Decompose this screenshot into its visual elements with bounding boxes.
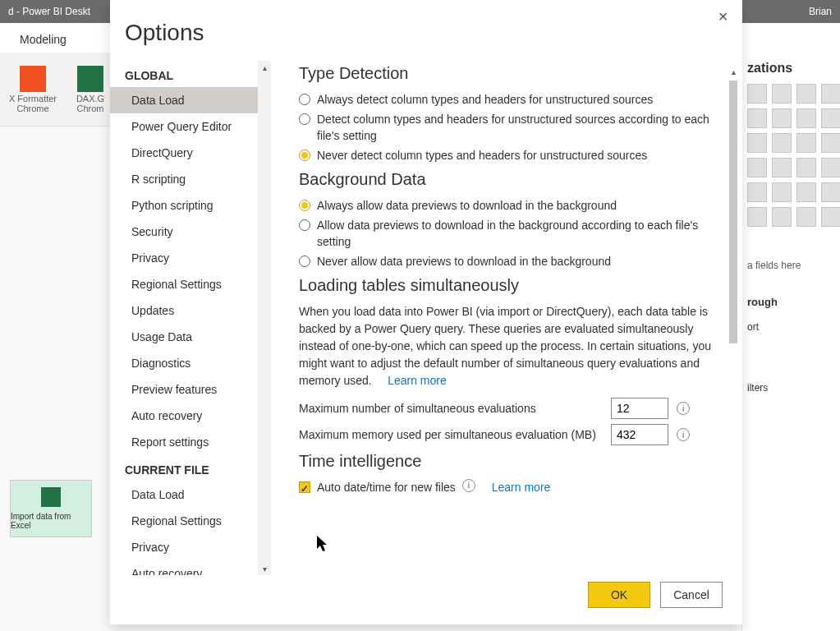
nav-section-global: GLOBAL — [110, 61, 266, 87]
nav-item-privacy[interactable]: Privacy — [110, 245, 266, 271]
nav-item-diagnostics[interactable]: Diagnostics — [110, 350, 266, 376]
close-button[interactable]: ✕ — [714, 8, 731, 25]
viz-type-icon[interactable] — [772, 133, 792, 153]
viz-type-icon[interactable] — [821, 108, 840, 128]
drill-item: ort — [747, 321, 835, 333]
titlebar-right: Brian — [809, 6, 832, 17]
viz-type-icon[interactable] — [821, 207, 840, 227]
info-icon[interactable]: i — [677, 428, 690, 441]
nav-item-cf-privacy[interactable]: Privacy — [110, 534, 266, 560]
viz-type-icon[interactable] — [821, 182, 840, 202]
ribbon-tab-modeling[interactable]: Modeling — [8, 26, 78, 53]
ok-button[interactable]: OK — [588, 582, 650, 608]
ribbon-btn-sublabel: Chrom — [76, 104, 103, 113]
chevron-up-icon[interactable]: ▴ — [728, 66, 739, 77]
max-evaluations-label: Maximum number of simultaneous evaluatio… — [299, 402, 603, 415]
excel-icon — [41, 487, 61, 507]
viz-type-icon[interactable] — [747, 84, 767, 104]
viz-type-icon[interactable] — [747, 133, 767, 153]
learn-more-link[interactable]: Learn more — [388, 374, 447, 387]
viz-type-icon[interactable] — [772, 182, 792, 202]
viz-gallery — [747, 84, 835, 227]
max-memory-input[interactable] — [611, 424, 668, 445]
loading-para-text: When you load data into Power BI (via im… — [299, 305, 711, 387]
import-excel-tile[interactable]: Import data from Excel — [10, 480, 92, 537]
background-data-heading: Background Data — [299, 170, 719, 189]
bg-data-never[interactable]: Never allow data previews to download in… — [299, 253, 719, 269]
radio-label: Never allow data previews to download in… — [317, 253, 611, 269]
viz-type-icon[interactable] — [747, 158, 767, 177]
nav-item-regional[interactable]: Regional Settings — [110, 271, 266, 297]
cancel-button[interactable]: Cancel — [660, 582, 723, 608]
info-icon[interactable]: i — [677, 402, 690, 415]
options-nav: GLOBAL Data Load Power Query Editor Dire… — [110, 61, 271, 575]
nav-item-auto-recovery[interactable]: Auto recovery — [110, 403, 266, 429]
scrollbar-thumb[interactable] — [729, 81, 737, 343]
radio-icon — [299, 94, 310, 105]
type-detect-never[interactable]: Never detect column types and headers fo… — [299, 147, 719, 164]
type-detect-always[interactable]: Always detect column types and headers f… — [299, 91, 719, 108]
radio-label: Always detect column types and headers f… — [317, 91, 653, 108]
nav-item-security[interactable]: Security — [110, 219, 266, 245]
content-scrollbar[interactable]: ▴ ▾ — [728, 66, 739, 575]
learn-more-link[interactable]: Learn more — [492, 479, 551, 495]
nav-item-preview-features[interactable]: Preview features — [110, 376, 266, 403]
nav-item-updates[interactable]: Updates — [110, 297, 266, 324]
radio-icon — [299, 200, 310, 211]
nav-item-r-scripting[interactable]: R scripting — [110, 166, 266, 192]
viz-type-icon[interactable] — [796, 158, 816, 177]
ribbon-btn-dax[interactable]: DAX.G Chrom — [66, 66, 115, 113]
nav-item-power-query[interactable]: Power Query Editor — [110, 113, 266, 140]
viz-type-icon[interactable] — [796, 207, 816, 227]
nav-item-usage-data[interactable]: Usage Data — [110, 324, 266, 350]
type-detection-heading: Type Detection — [299, 64, 719, 83]
titlebar-left: d - Power BI Deskt — [8, 6, 90, 17]
bg-data-per-file[interactable]: Allow data previews to download in the b… — [299, 217, 719, 250]
drillthrough-header: rough — [747, 296, 835, 308]
viz-type-icon[interactable] — [772, 158, 792, 177]
dax-icon — [77, 66, 103, 92]
nav-scrollbar[interactable]: ▴ ▾ — [258, 61, 271, 575]
nav-item-python-scripting[interactable]: Python scripting — [110, 192, 266, 219]
radio-icon — [299, 219, 310, 231]
auto-date-time-row[interactable]: Auto date/time for new files i Learn mor… — [299, 479, 719, 495]
viz-type-icon[interactable] — [747, 108, 767, 128]
chevron-up-icon[interactable]: ▴ — [258, 61, 271, 74]
viz-type-icon[interactable] — [772, 207, 792, 227]
info-icon[interactable]: i — [462, 479, 475, 492]
tile-label: Import data from Excel — [11, 512, 91, 530]
loading-heading: Loading tables simultaneously — [299, 276, 719, 295]
scrollbar-track[interactable] — [729, 81, 737, 575]
radio-icon — [299, 150, 310, 161]
viz-type-icon[interactable] — [821, 133, 840, 153]
viz-type-icon[interactable] — [772, 108, 792, 128]
viz-type-icon[interactable] — [821, 158, 840, 177]
loading-description: When you load data into Power BI (via im… — [299, 303, 719, 389]
checkbox-label: Auto date/time for new files — [317, 479, 456, 495]
nav-item-cf-data-load[interactable]: Data Load — [110, 481, 266, 508]
nav-item-cf-regional[interactable]: Regional Settings — [110, 508, 266, 534]
nav-item-report-settings[interactable]: Report settings — [110, 429, 266, 455]
chevron-down-icon[interactable]: ▾ — [258, 562, 271, 575]
nav-item-cf-auto-recovery[interactable]: Auto recovery — [110, 560, 266, 575]
viz-type-icon[interactable] — [821, 84, 840, 104]
ribbon-btn-formatter[interactable]: X Formatter Chrome — [8, 66, 57, 113]
viz-type-icon[interactable] — [747, 207, 767, 227]
viz-type-icon[interactable] — [796, 133, 816, 153]
nav-item-directquery[interactable]: DirectQuery — [110, 140, 266, 166]
time-intelligence-heading: Time intelligence — [299, 452, 719, 471]
max-memory-label: Maximum memory used per simultaneous eva… — [299, 428, 603, 441]
radio-icon — [299, 113, 310, 125]
max-memory-row: Maximum memory used per simultaneous eva… — [299, 424, 719, 445]
viz-type-icon[interactable] — [796, 182, 816, 202]
formatter-icon — [20, 66, 46, 92]
viz-type-icon[interactable] — [772, 84, 792, 104]
radio-label: Always allow data previews to download i… — [317, 197, 617, 214]
viz-type-icon[interactable] — [796, 84, 816, 104]
nav-item-data-load[interactable]: Data Load — [110, 87, 266, 113]
viz-type-icon[interactable] — [796, 108, 816, 128]
type-detect-per-file[interactable]: Detect column types and headers for unst… — [299, 111, 719, 144]
bg-data-always[interactable]: Always allow data previews to download i… — [299, 197, 719, 214]
viz-type-icon[interactable] — [747, 182, 767, 202]
max-evaluations-input[interactable] — [611, 398, 668, 419]
